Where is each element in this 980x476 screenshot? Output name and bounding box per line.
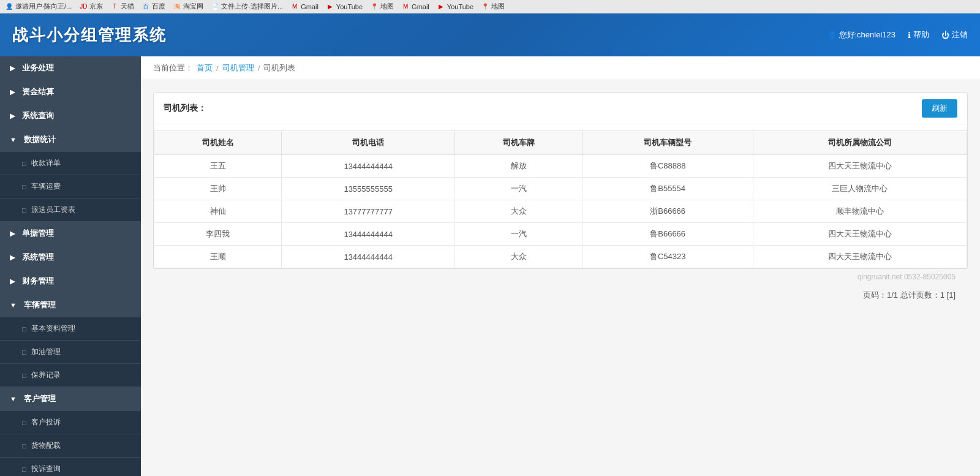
- tab-map2[interactable]: 📍 地图: [481, 2, 505, 11]
- tab-jd[interactable]: JD 京东: [79, 2, 103, 11]
- cell-0-0: 王五: [154, 155, 282, 178]
- breadcrumb: 当前位置： 首页 / 司机管理 / 司机列表: [141, 56, 980, 80]
- sidebar-item-basic-info[interactable]: □ 基本资料管理: [0, 317, 141, 341]
- panel-header: 司机列表： 刷新: [154, 93, 967, 124]
- vehicle-mgmt-arrow-icon: ▼: [10, 301, 17, 309]
- sidebar-item-vehicle-ops-label: 车辆运费: [31, 181, 61, 192]
- logout-label: 注销: [952, 29, 968, 40]
- tab-upload[interactable]: 📄 文件上传-选择图片...: [211, 2, 283, 11]
- tab-upload-label: 文件上传-选择图片...: [221, 2, 283, 11]
- cargo-doc-icon: □: [22, 442, 26, 450]
- sidebar-item-vehicle-ops[interactable]: □ 车辆运费: [0, 175, 141, 198]
- sidebar-item-fuel-label: 加油管理: [31, 347, 61, 357]
- tab-youtube2-label: YouTube: [447, 3, 473, 10]
- refresh-button[interactable]: 刷新: [922, 99, 957, 118]
- table-row: 神仙13777777777大众浙B66666顺丰物流中心: [154, 200, 967, 223]
- tab-map2-icon: 📍: [481, 2, 489, 11]
- sidebar-item-cargo[interactable]: □ 货物配载: [0, 434, 141, 458]
- tab-baidu[interactable]: 百 百度: [141, 2, 165, 11]
- sidebar-item-complaint-query[interactable]: □ 投诉查询: [0, 458, 141, 476]
- table-header-row: 司机姓名 司机电话 司机车牌 司机车辆型号 司机所属物流公司: [154, 131, 967, 155]
- breadcrumb-home[interactable]: 首页: [197, 62, 213, 74]
- cell-4-3: 鲁C54323: [582, 246, 753, 268]
- tab-tmall-icon: T: [110, 2, 119, 11]
- sidebar-item-query-label: 系统查询: [22, 110, 54, 121]
- sidebar-item-customer-label: 客户管理: [24, 393, 56, 404]
- sidebar-item-customer-mgmt[interactable]: ▼ 客户管理: [0, 387, 141, 411]
- col-plate: 司机车牌: [455, 131, 582, 155]
- cell-0-3: 鲁C88888: [582, 155, 753, 178]
- sidebar-item-sys-label: 系统管理: [22, 252, 54, 263]
- tab-baidu-icon: 百: [141, 2, 150, 11]
- col-name: 司机姓名: [154, 131, 282, 155]
- data-table: 司机姓名 司机电话 司机车牌 司机车辆型号 司机所属物流公司 王五1344444…: [154, 130, 967, 268]
- tab-gmail2[interactable]: M Gmail: [401, 2, 429, 11]
- content-area: 司机列表： 刷新 司机姓名 司机电话 司机车牌 司机车辆型号 司机所属物流公司: [141, 80, 980, 318]
- sidebar-item-order-mgmt[interactable]: ▶ 单据管理: [0, 222, 141, 246]
- cell-1-0: 王帅: [154, 178, 282, 200]
- tab-gmail2-label: Gmail: [412, 3, 429, 10]
- tab-youtube1-label: YouTube: [336, 3, 363, 10]
- sidebar-item-stats[interactable]: ▼ 数据统计: [0, 128, 141, 152]
- sidebar-item-finance-mgmt[interactable]: ▶ 财务管理: [0, 270, 141, 293]
- stats-arrow-icon: ▼: [10, 136, 17, 143]
- watermark: qingruanit.net 0532-85025005: [153, 269, 968, 285]
- tab-map2-label: 地图: [491, 2, 505, 11]
- app-header: 战斗小分组管理系统 👤 您好:chenlei123 ℹ 帮助 ⏻ 注销: [0, 13, 980, 56]
- vehicle-ops-doc-icon: □: [22, 183, 26, 191]
- tab-taobao[interactable]: 淘 淘宝网: [173, 2, 203, 11]
- tab-gmail1[interactable]: M Gmail: [290, 2, 318, 11]
- sidebar-item-complaints[interactable]: □ 客户投诉: [0, 411, 141, 434]
- app-logo: 战斗小分组管理系统: [12, 25, 167, 46]
- table-row: 李四我13444444444一汽鲁B66666四大天王物流中心: [154, 223, 967, 246]
- col-model: 司机车辆型号: [582, 131, 753, 155]
- tab-invite[interactable]: 👤 邀请用户·陈向正/...: [5, 2, 72, 11]
- breadcrumb-current: 司机列表: [263, 62, 295, 74]
- header-help-button[interactable]: ℹ 帮助: [908, 29, 929, 40]
- tab-invite-icon: 👤: [5, 2, 13, 11]
- table-row: 王顺13444444444大众鲁C54323四大天王物流中心: [154, 246, 967, 268]
- tab-map1[interactable]: 📍 地图: [370, 2, 394, 11]
- tab-youtube1-icon: ▶: [326, 2, 334, 11]
- customer-arrow-icon: ▼: [10, 395, 17, 402]
- tab-youtube2[interactable]: ▶ YouTube: [437, 2, 473, 11]
- tab-tmall-label: 天猫: [121, 2, 134, 11]
- business-arrow-icon: ▶: [10, 64, 15, 72]
- cell-3-4: 四大天王物流中心: [753, 223, 967, 246]
- sidebar-item-fuel-mgmt[interactable]: □ 加油管理: [0, 341, 141, 364]
- sidebar-item-finance[interactable]: ▶ 资金结算: [0, 80, 141, 104]
- cell-3-1: 13444444444: [282, 223, 455, 246]
- header-logout-button[interactable]: ⏻ 注销: [941, 29, 968, 40]
- tab-youtube1[interactable]: ▶ YouTube: [326, 2, 363, 11]
- sidebar-item-query[interactable]: ▶ 系统查询: [0, 104, 141, 128]
- sidebar-item-sys-mgmt[interactable]: ▶ 系统管理: [0, 246, 141, 270]
- col-company: 司机所属物流公司: [753, 131, 967, 155]
- sidebar-item-complaint-query-label: 投诉查询: [31, 464, 61, 474]
- finance-mgmt-arrow-icon: ▶: [10, 278, 15, 285]
- cell-2-0: 神仙: [154, 200, 282, 223]
- sidebar-item-receipts-label: 收款详单: [31, 158, 61, 168]
- tab-taobao-label: 淘宝网: [183, 2, 203, 11]
- sidebar-item-maintenance[interactable]: □ 保养记录: [0, 364, 141, 387]
- tab-taobao-icon: 淘: [173, 2, 181, 11]
- sidebar-item-business-label: 业务处理: [22, 62, 54, 74]
- tab-gmail2-icon: M: [401, 2, 410, 11]
- sidebar-item-business[interactable]: ▶ 业务处理: [0, 56, 141, 80]
- sidebar-item-delivery-staff[interactable]: □ 派送员工资表: [0, 198, 141, 222]
- cell-4-0: 王顺: [154, 246, 282, 268]
- sidebar-item-receipts[interactable]: □ 收款详单: [0, 152, 141, 175]
- cell-1-1: 13555555555: [282, 178, 455, 200]
- cell-2-3: 浙B66666: [582, 200, 753, 223]
- cell-2-4: 顺丰物流中心: [753, 200, 967, 223]
- breadcrumb-parent[interactable]: 司机管理: [222, 62, 254, 74]
- sidebar-item-vehicle-mgmt[interactable]: ▼ 车辆管理: [0, 293, 141, 317]
- tab-tmall[interactable]: T 天猫: [110, 2, 134, 11]
- cell-0-2: 解放: [455, 155, 582, 178]
- user-icon: 👤: [827, 31, 837, 40]
- query-arrow-icon: ▶: [10, 112, 15, 120]
- header-user: 👤 您好:chenlei123: [827, 29, 896, 40]
- cell-3-0: 李四我: [154, 223, 282, 246]
- sys-arrow-icon: ▶: [10, 254, 15, 262]
- order-arrow-icon: ▶: [10, 230, 15, 238]
- tab-map1-icon: 📍: [370, 2, 379, 11]
